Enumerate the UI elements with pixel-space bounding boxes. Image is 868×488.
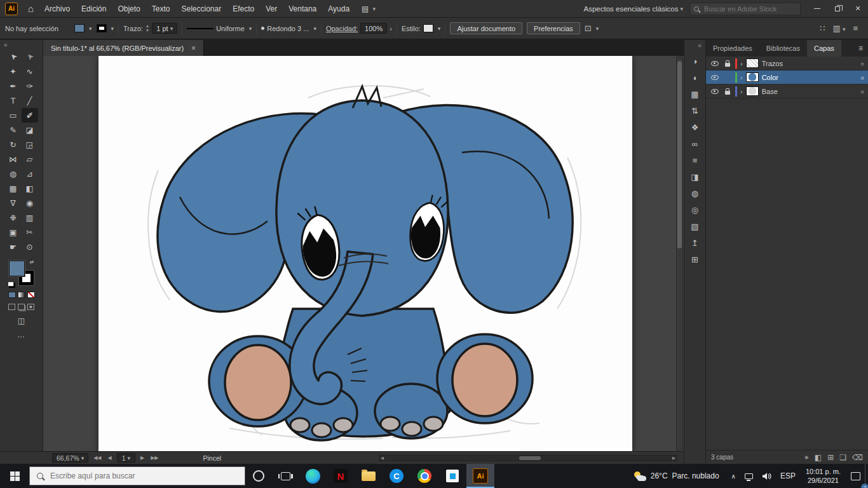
volume-tray-button[interactable] [757, 464, 776, 488]
target-circle-icon[interactable] [860, 74, 864, 81]
opacity-flyout-icon[interactable]: › [390, 25, 392, 32]
pen-tool[interactable]: ✒ [5, 79, 22, 93]
appearance-panel-icon[interactable]: ◎ [684, 201, 705, 218]
draw-inside-button[interactable] [27, 304, 34, 310]
slice-tool[interactable]: ✂ [22, 225, 38, 240]
graphic-style-dropdown[interactable] [423, 24, 441, 32]
zoom-level-dropdown[interactable]: 66,67% [52, 453, 88, 463]
menu-texto[interactable]: Texto [146, 4, 176, 13]
hidden-icons-chevron[interactable]: ∧ [727, 464, 740, 488]
layer-row-trazos[interactable]: › Trazos [706, 57, 868, 71]
width-profile-dropdown[interactable]: Uniforme [187, 25, 252, 32]
layer-row-base[interactable]: › Base [706, 85, 868, 98]
column-graph-tool[interactable]: ▥ [22, 210, 38, 225]
visibility-toggle[interactable] [710, 61, 719, 66]
opacity-field[interactable]: 100% [360, 23, 387, 34]
eyedropper-tool[interactable]: ∇ [5, 196, 22, 210]
rectangle-tool[interactable]: ▭ [5, 108, 22, 123]
clipping-mask-icon[interactable]: ◧ [815, 453, 822, 462]
color-guide-panel-icon[interactable]: ◖ [684, 69, 705, 86]
layer-thumbnail[interactable] [746, 86, 759, 96]
previous-artboard-icon[interactable]: ◀ [106, 455, 112, 461]
mesh-tool[interactable]: ▦ [5, 181, 22, 196]
draw-normal-button[interactable] [8, 304, 15, 310]
links-panel-icon[interactable]: ∞ [684, 135, 705, 152]
adobe-stock-search[interactable] [689, 3, 801, 15]
fit-document-button[interactable]: Ajustar documento [450, 22, 522, 34]
vertical-scrollbar[interactable] [676, 57, 683, 451]
fill-indicator[interactable] [9, 261, 25, 276]
scroll-right-icon[interactable]: ▶ [672, 456, 675, 461]
taskbar-app-edge[interactable] [299, 464, 327, 488]
default-fill-stroke-icon[interactable] [8, 281, 14, 287]
tab-propiedades[interactable]: Propiedades [706, 40, 759, 57]
blend-tool[interactable]: ◉ [22, 196, 38, 210]
artboards-panel-icon[interactable]: ⊞ [684, 251, 705, 268]
panel-menu-icon[interactable]: ≡ [853, 40, 868, 57]
draw-behind-button[interactable] [18, 304, 25, 310]
taskbar-app-store[interactable] [438, 464, 466, 488]
menu-edicion[interactable]: Edición [76, 4, 112, 13]
canvas-pasteboard[interactable] [43, 56, 684, 451]
type-tool[interactable]: T [5, 93, 22, 108]
lock-toggle[interactable] [722, 60, 732, 67]
stroke-color-dropdown[interactable] [97, 24, 114, 32]
menu-ver[interactable]: Ver [260, 4, 283, 13]
horizontal-scrollbar[interactable]: ◀ ▶ [379, 455, 677, 461]
gradient-tool[interactable]: ◧ [22, 181, 38, 196]
stroke-weight-field[interactable]: 1 pt [152, 23, 177, 34]
horizontal-scrollbar-thumb[interactable] [519, 456, 541, 460]
asset-export-panel-icon[interactable]: ↥ [684, 234, 705, 251]
align-panel-icon[interactable]: ⇅ [684, 102, 705, 119]
close-button[interactable]: ✕ [848, 0, 868, 18]
close-tab-icon[interactable]: × [191, 44, 196, 53]
restore-button[interactable] [827, 0, 848, 18]
taskbar-search[interactable] [29, 466, 245, 485]
scroll-left-icon[interactable]: ◀ [381, 456, 384, 461]
last-artboard-icon[interactable]: ▶▶ [149, 455, 159, 461]
fill-color-dropdown[interactable] [74, 24, 92, 32]
delete-layer-icon[interactable]: ⌫ [852, 453, 863, 462]
color-mode-button[interactable] [8, 292, 16, 298]
lock-toggle[interactable] [722, 88, 732, 95]
artboard-navigation-field[interactable]: 1 [117, 453, 135, 463]
swap-fill-stroke-icon[interactable]: ⇄ [30, 259, 34, 265]
taskbar-app-netflix[interactable]: N [327, 464, 355, 488]
target-circle-icon[interactable] [860, 60, 864, 67]
zoom-tool[interactable]: ⊙ [22, 240, 38, 254]
layer-row-color[interactable]: › Color [706, 71, 868, 85]
width-tool[interactable]: ⋈ [5, 152, 22, 166]
control-menu-icon[interactable]: ≡ [853, 24, 858, 33]
transparency-panel-icon[interactable]: ◍ [684, 185, 705, 201]
disclosure-icon[interactable]: › [740, 88, 743, 95]
shape-builder-tool[interactable]: ◍ [5, 166, 22, 181]
taskbar-app-explorer[interactable] [355, 464, 383, 488]
language-indicator[interactable]: ESP [776, 464, 800, 488]
gradient-mode-button[interactable] [18, 292, 25, 298]
layer-thumbnail[interactable] [746, 72, 759, 82]
taskbar-clock[interactable]: 10:01 p. m. 29/6/2021 [800, 467, 846, 485]
document-setup-icon[interactable]: ⊡ [585, 24, 599, 33]
vertical-scrollbar-thumb[interactable] [677, 61, 682, 248]
task-view-button[interactable] [272, 464, 299, 488]
new-layer-icon[interactable]: ❏ [839, 453, 846, 462]
menu-efecto[interactable]: Efecto [227, 4, 260, 13]
menu-ayuda[interactable]: Ayuda [322, 4, 355, 13]
none-mode-button[interactable] [27, 292, 35, 298]
stroke-weight-stepper[interactable]: ▲▼ [146, 24, 149, 33]
document-tab[interactable]: Sin título-1* al 66,67% (RGB/Previsualiz… [43, 40, 204, 56]
taskbar-app-illustrator[interactable]: Ai [466, 464, 494, 488]
hand-tool[interactable]: ☛ [5, 240, 22, 254]
tab-bibliotecas[interactable]: Bibliotecas [759, 40, 807, 57]
preferences-button[interactable]: Preferencias [527, 22, 580, 34]
taskbar-search-input[interactable] [49, 471, 214, 481]
arrange-documents-icon[interactable]: ▤ [362, 4, 376, 13]
perspective-grid-tool[interactable]: ⊿ [22, 166, 38, 181]
cortana-button[interactable] [245, 464, 272, 488]
rotate-tool[interactable]: ↻ [5, 137, 22, 152]
target-circle-icon[interactable] [860, 88, 864, 95]
first-artboard-icon[interactable]: ◀◀ [92, 455, 102, 461]
opacity-label[interactable]: Opacidad: [326, 25, 358, 32]
weather-widget[interactable]: 26°C Parc. nublado [627, 464, 727, 488]
menu-archivo[interactable]: Archivo [39, 4, 76, 13]
